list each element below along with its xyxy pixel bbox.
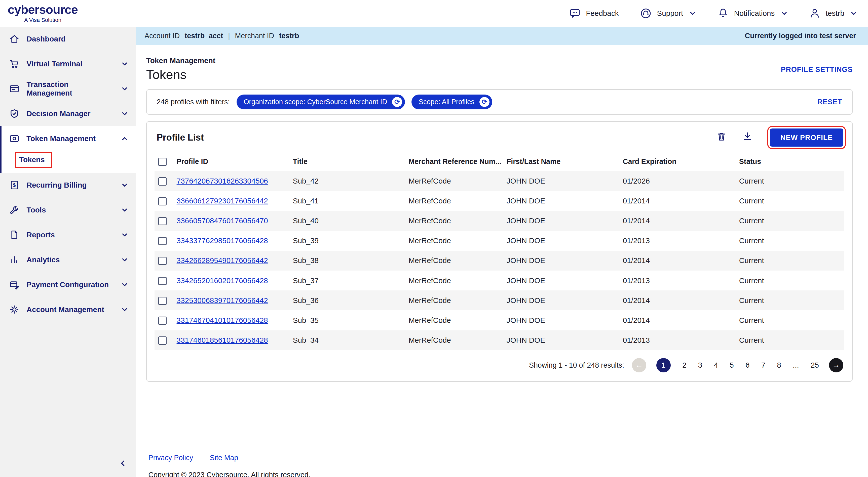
profile-settings-link[interactable]: PROFILE SETTINGS: [781, 65, 852, 74]
profile-id-link[interactable]: 7376420673016263304506: [177, 177, 268, 185]
sidebar-item-token-management[interactable]: Token Management: [1, 126, 136, 151]
page-number-active[interactable]: 1: [656, 358, 671, 372]
row-checkbox[interactable]: [158, 316, 166, 325]
feedback-icon: [569, 7, 581, 20]
table-row: 3366061279230176056442 Sub_41 MerRefCode…: [155, 191, 845, 211]
page-number[interactable]: 7: [761, 361, 766, 369]
cell-card-expiration: 01/2026: [623, 171, 739, 191]
row-checkbox[interactable]: [158, 217, 166, 225]
page-number[interactable]: 2: [682, 361, 686, 369]
pagination: Showing 1 - 10 of 248 results: ← 1 2 3 4…: [147, 350, 852, 379]
site-map-link[interactable]: Site Map: [210, 454, 238, 462]
cell-card-expiration: 01/2013: [623, 231, 739, 251]
cell-card-expiration: 01/2014: [623, 310, 739, 330]
chevron-down-icon: [121, 61, 128, 67]
support-menu[interactable]: Support: [640, 7, 696, 20]
filter-chip-scope[interactable]: Scope: All Profiles ⟳: [411, 95, 492, 109]
sidebar-item-recurring-billing[interactable]: $ Recurring Billing: [0, 173, 136, 198]
cell-title: Sub_41: [293, 191, 409, 211]
row-checkbox[interactable]: [158, 197, 166, 205]
filter-chip-organization-scope[interactable]: Organization scope: CyberSource Merchant…: [237, 95, 405, 109]
server-status-label: Currently logged into test server: [745, 32, 856, 40]
next-page-button[interactable]: →: [829, 358, 843, 372]
page-number[interactable]: 5: [730, 361, 734, 369]
bell-icon: [717, 7, 729, 20]
sidebar-item-tokens[interactable]: Tokens: [15, 151, 52, 168]
wrench-icon: [9, 204, 20, 215]
sidebar-item-tools[interactable]: Tools: [0, 198, 136, 223]
sidebar-item-virtual-terminal[interactable]: Virtual Terminal: [0, 52, 136, 76]
main-content: Account ID testrb_acct | Merchant ID tes…: [136, 27, 868, 477]
row-checkbox[interactable]: [158, 277, 166, 285]
download-icon: [742, 131, 753, 142]
sidebar-item-reports[interactable]: Reports: [0, 223, 136, 247]
privacy-policy-link[interactable]: Privacy Policy: [149, 454, 193, 462]
profile-id-link[interactable]: 3343377629850176056428: [177, 236, 268, 245]
top-header: cybersource A Visa Solution Feedback: [0, 0, 868, 27]
chevron-down-icon: [121, 232, 128, 238]
cell-name: JOHN DOE: [506, 171, 623, 191]
profile-id-link[interactable]: 3317460185610176056428: [177, 336, 268, 344]
row-checkbox[interactable]: [158, 177, 166, 185]
cell-merchant-ref: MerRefCode: [408, 251, 506, 271]
page-number[interactable]: 8: [777, 361, 781, 369]
sidebar-item-analytics[interactable]: Analytics: [0, 247, 136, 272]
reset-filters-link[interactable]: RESET: [817, 98, 842, 106]
sidebar-item-transaction-management[interactable]: Transaction Management: [0, 76, 136, 101]
chevron-down-icon: [850, 10, 857, 16]
cell-merchant-ref: MerRefCode: [408, 171, 506, 191]
page-number[interactable]: 6: [745, 361, 750, 369]
profile-table: Profile ID Title Merchant Reference Num.…: [155, 152, 845, 350]
page-number[interactable]: 4: [714, 361, 718, 369]
select-all-checkbox[interactable]: [158, 158, 166, 166]
table-row: 3343377629850176056428 Sub_39 MerRefCode…: [155, 231, 845, 251]
delete-button[interactable]: [713, 129, 730, 146]
notifications-menu[interactable]: Notifications: [717, 7, 787, 20]
sidebar-item-decision-manager[interactable]: Decision Manager: [0, 101, 136, 126]
row-checkbox[interactable]: [158, 297, 166, 305]
cybersource-logo[interactable]: cybersource A Visa Solution: [8, 3, 78, 23]
sidebar: Dashboard Virtual Terminal Transaction M…: [0, 27, 136, 477]
profile-id-link[interactable]: 3342662895490176056442: [177, 256, 268, 265]
app-window: cybersource A Visa Solution Feedback: [0, 0, 868, 477]
table-header-row: Profile ID Title Merchant Reference Num.…: [155, 152, 845, 171]
sidebar-item-payment-configuration[interactable]: Payment Configuration: [0, 272, 136, 297]
download-button[interactable]: [739, 129, 755, 146]
chevron-down-icon: [121, 86, 128, 92]
cell-card-expiration: 01/2014: [623, 191, 739, 211]
new-profile-button[interactable]: NEW PROFILE: [770, 129, 843, 147]
cell-status: Current: [739, 171, 844, 191]
profile-id-link[interactable]: 3366061279230176056442: [177, 197, 268, 205]
sidebar-item-label: Transaction Management: [27, 80, 115, 97]
profile-id-link[interactable]: 3325300683970176056442: [177, 296, 268, 305]
previous-page-button[interactable]: ←: [632, 358, 646, 372]
header-actions: Feedback Support: [569, 7, 857, 20]
profile-id-link[interactable]: 3342652016020176056428: [177, 276, 268, 285]
sidebar-item-label: Payment Configuration: [27, 280, 115, 289]
user-menu[interactable]: testrb: [809, 7, 857, 20]
row-checkbox[interactable]: [158, 237, 166, 245]
merchant-id-value: testrb: [279, 32, 299, 40]
cell-merchant-ref: MerRefCode: [408, 231, 506, 251]
table-row: 3342662895490176056442 Sub_38 MerRefCode…: [155, 251, 845, 271]
page-number[interactable]: 25: [811, 361, 819, 369]
profile-list-title: Profile List: [157, 132, 704, 143]
arrow-right-icon: →: [832, 361, 840, 370]
brand-tagline: A Visa Solution: [24, 18, 61, 23]
cart-icon: [9, 58, 20, 69]
row-checkbox[interactable]: [158, 336, 166, 345]
cell-merchant-ref: MerRefCode: [408, 271, 506, 291]
row-checkbox[interactable]: [158, 257, 166, 265]
cell-merchant-ref: MerRefCode: [408, 291, 506, 310]
cell-merchant-ref: MerRefCode: [408, 211, 506, 231]
cell-name: JOHN DOE: [506, 191, 623, 211]
sidebar-item-dashboard[interactable]: Dashboard: [0, 27, 136, 52]
feedback-button[interactable]: Feedback: [569, 7, 619, 20]
results-summary: Showing 1 - 10 of 248 results:: [529, 361, 624, 369]
page-number[interactable]: 3: [698, 361, 703, 369]
payment-config-icon: [9, 279, 20, 290]
sidebar-item-account-management[interactable]: Account Management: [0, 297, 136, 322]
profile-id-link[interactable]: 3366057084760176056470: [177, 216, 268, 225]
sidebar-collapse-button[interactable]: [117, 457, 129, 472]
profile-id-link[interactable]: 3317467041010176056428: [177, 316, 268, 325]
